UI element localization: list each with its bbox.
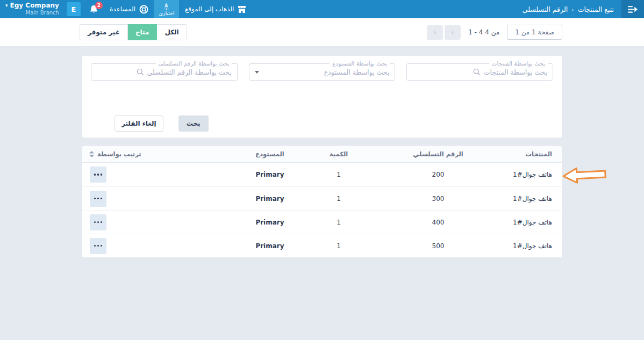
- ellipsis-icon: [94, 245, 103, 247]
- clear-filter-button[interactable]: إلغاء الفلتر: [115, 115, 163, 132]
- cell-product: هاتف جوال#1: [492, 195, 562, 202]
- table-row: هاتف جوال#1 500 1 Primary: [82, 234, 562, 257]
- header-quantity: الكمية: [293, 150, 384, 158]
- filter-unavailable-button[interactable]: غير متوفر: [80, 24, 128, 40]
- pagination-next-button[interactable]: ›: [445, 25, 461, 40]
- table-row: هاتف جوال#1 400 1 Primary: [82, 210, 562, 234]
- store-icon: [238, 5, 246, 13]
- chevron-down-icon: ▾: [5, 3, 8, 8]
- warehouse-select-placeholder: بحث بواسطة المستودع: [324, 68, 390, 76]
- navbar-left-group: الذهاب إلى الموقع اختبارى: [0, 0, 252, 18]
- header-warehouse: المستودع: [247, 150, 293, 158]
- products-search-input[interactable]: بحث بواسطة المنتجات بحث بواسطة المنتجات: [406, 63, 553, 81]
- availability-filter-group: الكل متاح غير متوفر: [80, 24, 187, 40]
- cell-product: هاتف جوال#1: [492, 242, 562, 250]
- products-search-placeholder: بحث بواسطة المنتجات: [484, 68, 547, 76]
- warehouse-select[interactable]: بحث بواسطة المستودع بحث بواسطة المستودع: [249, 63, 396, 81]
- cell-serial: 500: [384, 242, 492, 250]
- user-avatar[interactable]: E: [67, 2, 81, 16]
- table-row: هاتف جوال#1 300 1 Primary: [82, 186, 562, 210]
- sort-by-label: ترتيب بواسطة: [97, 150, 141, 158]
- header-serial: الرقم التسلسلي: [384, 150, 492, 158]
- trial-label: اختبارى: [159, 11, 174, 16]
- cell-quantity: 1: [293, 195, 384, 202]
- annotation-arrow-icon: [562, 165, 608, 185]
- breadcrumb-separator-icon: ‹: [571, 6, 574, 13]
- pagination: صفحة 1 من 1 1 - 4 من 4 › ‹: [427, 25, 562, 40]
- serial-search-label: بحث بواسطة الرقم التسلسلي: [156, 60, 232, 68]
- warehouse-select-label: بحث بواسطة المستودع: [330, 60, 390, 68]
- serials-table: المنتجات الرقم التسلسلي الكمية المستودع …: [82, 146, 562, 258]
- trial-menu-item[interactable]: اختبارى: [154, 0, 179, 18]
- company-name: Egy Company: [10, 2, 59, 9]
- pagination-prev-button[interactable]: ‹: [427, 25, 443, 40]
- cell-quantity: 1: [293, 171, 384, 178]
- cell-serial: 300: [384, 195, 492, 202]
- breadcrumb-parent[interactable]: تتبع المنتجات: [578, 5, 614, 13]
- help-menu-item[interactable]: المساعدة: [104, 0, 154, 18]
- chevron-down-icon: [255, 71, 259, 74]
- help-label: المساعدة: [110, 5, 135, 13]
- chevron-right-icon: ›: [452, 28, 454, 36]
- ellipsis-icon: [94, 221, 103, 223]
- sidebar-toggle-button[interactable]: [621, 0, 644, 18]
- ellipsis-icon: [94, 198, 103, 200]
- table-row: هاتف جوال#1 200 1 Primary: [82, 163, 562, 186]
- cell-warehouse: Primary: [247, 171, 293, 178]
- navbar-right-group: تتبع المنتجات ‹ الرقم التسلسلى: [515, 0, 644, 18]
- cell-product: هاتف جوال#1: [492, 171, 562, 178]
- header-sort-by[interactable]: ترتيب بواسطة: [82, 150, 247, 158]
- row-actions-button[interactable]: [90, 191, 106, 207]
- page-toolbar: صفحة 1 من 1 1 - 4 من 4 › ‹ الكل متاح غير…: [0, 18, 644, 47]
- table-header-row: المنتجات الرقم التسلسلي الكمية المستودع …: [82, 146, 562, 163]
- cell-warehouse: Primary: [247, 219, 293, 226]
- serial-search-placeholder: بحث بواسطة الرقم التسلسلي: [147, 68, 232, 76]
- row-actions-button[interactable]: [90, 238, 106, 254]
- search-icon: [473, 68, 481, 76]
- page-indicator: صفحة 1 من 1: [507, 25, 562, 40]
- company-switcher[interactable]: ▾Egy Company Main Branch: [0, 2, 63, 17]
- cell-product: هاتف جوال#1: [492, 219, 562, 226]
- results-range: 1 - 4 من 4: [468, 28, 499, 36]
- filter-panel: بحث بواسطة المنتجات بحث بواسطة المنتجات …: [82, 55, 562, 138]
- go-to-site-button[interactable]: الذهاب إلى الموقع: [179, 0, 252, 18]
- cell-serial: 200: [384, 171, 492, 178]
- header-products: المنتجات: [492, 150, 562, 158]
- rocket-icon: [163, 3, 169, 10]
- sort-icon: [89, 151, 94, 157]
- products-search-label: بحث بواسطة المنتجات: [489, 60, 548, 68]
- help-lifering-icon: [139, 5, 148, 14]
- row-actions-button[interactable]: [90, 214, 106, 230]
- filter-all-button[interactable]: الكل: [156, 24, 187, 40]
- cell-warehouse: Primary: [247, 242, 293, 250]
- breadcrumb: تتبع المنتجات ‹ الرقم التسلسلى: [515, 5, 621, 13]
- cell-serial: 400: [384, 219, 492, 226]
- sidebar-toggle-icon: [628, 5, 638, 13]
- breadcrumb-current: الرقم التسلسلى: [523, 5, 568, 13]
- main-content: بحث بواسطة المنتجات بحث بواسطة المنتجات …: [0, 47, 644, 258]
- top-navbar: تتبع المنتجات ‹ الرقم التسلسلى الذهاب إل…: [0, 0, 644, 18]
- go-to-site-label: الذهاب إلى الموقع: [185, 5, 234, 13]
- search-button[interactable]: بحث: [178, 115, 209, 132]
- filter-available-button[interactable]: متاح: [127, 24, 157, 40]
- search-icon: [137, 68, 144, 76]
- chevron-left-icon: ‹: [434, 28, 437, 36]
- branch-name: Main Branch: [5, 10, 59, 17]
- notification-count-badge: 2: [95, 2, 103, 9]
- cell-quantity: 1: [293, 219, 384, 226]
- cell-warehouse: Primary: [247, 195, 293, 202]
- serial-search-input[interactable]: بحث بواسطة الرقم التسلسلي بحث بواسطة الر…: [91, 63, 238, 81]
- notifications-button[interactable]: 2: [84, 0, 104, 18]
- ellipsis-icon: [94, 173, 103, 176]
- row-actions-button[interactable]: [90, 167, 106, 183]
- cell-quantity: 1: [293, 242, 384, 250]
